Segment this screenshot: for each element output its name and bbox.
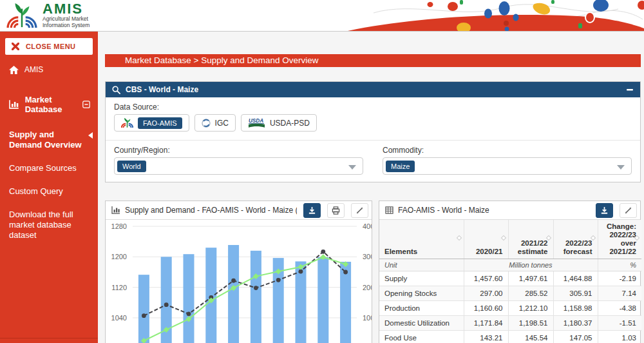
filter-panel-body: Data Source: FAO-AMISIGCUSDAUSDA-PSD Cou… bbox=[106, 97, 640, 175]
column-header-4[interactable]: Change:2022/23over2021/22 bbox=[598, 220, 641, 259]
element-value: 1.03 bbox=[598, 331, 641, 343]
table-row: Food Use143.21145.54147.051.03 bbox=[379, 331, 641, 343]
chart-panel-title: Supply and Demand - FAO-AMIS - World - M… bbox=[125, 206, 297, 215]
element-value: 285.52 bbox=[508, 286, 553, 301]
table-row: Domestic Utilization1,171.841,198.511,18… bbox=[379, 316, 641, 331]
svg-text:USDA: USDA bbox=[249, 118, 263, 124]
element-value: 305.91 bbox=[553, 286, 598, 301]
amis-logo-icon bbox=[121, 117, 133, 128]
element-value: -2.19 bbox=[598, 271, 641, 286]
close-menu-button[interactable]: CLOSE MENU bbox=[5, 38, 93, 55]
element-value: 1,171.84 bbox=[464, 316, 508, 331]
element-value: 1,457.60 bbox=[464, 271, 508, 286]
column-header-elements[interactable]: Elements bbox=[379, 220, 464, 259]
search-icon bbox=[112, 86, 120, 94]
bar-chart-icon bbox=[111, 206, 120, 214]
collapse-section-icon[interactable] bbox=[82, 101, 90, 108]
download-icon bbox=[600, 206, 609, 215]
amis-logo-text: AMIS Agricultural Market Information Sys… bbox=[43, 3, 90, 28]
collapse-panel-icon[interactable] bbox=[626, 86, 634, 93]
element-value: -4.38 bbox=[598, 301, 641, 316]
element-value: 1,212.10 bbox=[508, 301, 553, 316]
amis-logo[interactable]: AMIS Agricultural Market Information Sys… bbox=[6, 3, 90, 28]
chart-download-button[interactable] bbox=[303, 203, 321, 218]
sort-icon bbox=[500, 235, 506, 240]
sidebar-item-compare-sources[interactable]: Compare Sources bbox=[0, 157, 98, 180]
usda-logo-icon: USDA bbox=[248, 117, 265, 128]
close-menu-label: CLOSE MENU bbox=[26, 43, 75, 50]
right-axis-tick: 300 bbox=[363, 253, 372, 260]
chart-expand-button[interactable] bbox=[351, 203, 368, 218]
filter-divider bbox=[106, 140, 640, 141]
column-header-1[interactable]: 2020/21 bbox=[464, 220, 508, 259]
data-source-button-usda-psd[interactable]: USDAUSDA-PSD bbox=[241, 114, 317, 132]
decorative-network-banner bbox=[335, 0, 644, 31]
sidebar-item-label: Compare Sources bbox=[9, 163, 77, 173]
unit-value: Million tonnes bbox=[464, 259, 598, 271]
chevron-down-icon bbox=[617, 165, 625, 170]
cbs-filter-panel-header: CBS - World - Maize bbox=[106, 82, 640, 97]
country-region-label: Country/Region: bbox=[114, 146, 363, 155]
close-icon bbox=[12, 43, 19, 50]
commodity-group: Commodity: Maize bbox=[383, 146, 632, 175]
expand-icon bbox=[624, 206, 632, 215]
filter-dropdown-row: Country/Region: World Commodity: Maize bbox=[114, 146, 632, 175]
element-value: 143.21 bbox=[464, 331, 508, 343]
expand-icon bbox=[355, 206, 364, 215]
printer-icon bbox=[332, 206, 340, 215]
element-name: Food Use bbox=[379, 331, 464, 343]
chart-print-button[interactable] bbox=[327, 203, 345, 218]
sidebar: CLOSE MENU AMIS Market Database Sup bbox=[0, 32, 98, 343]
cbs-table-panel: FAO-AMIS - World - Maize Elements2020/21… bbox=[379, 201, 641, 343]
column-header-3[interactable]: 2022/23forecast bbox=[553, 220, 598, 259]
table-panel-title: FAO-AMIS - World - Maize bbox=[398, 206, 589, 215]
marker bbox=[254, 286, 258, 290]
table-row: Production1,160.601,212.101,158.98-4.38 bbox=[379, 301, 641, 316]
amis-logo-icon bbox=[6, 3, 37, 28]
data-source-button-fao-amis[interactable]: FAO-AMIS bbox=[114, 114, 189, 132]
chevron-down-icon bbox=[348, 165, 356, 170]
element-value: 7.14 bbox=[598, 286, 641, 301]
marker bbox=[142, 313, 146, 318]
amis-market-database-page: AMIS Agricultural Market Information Sys… bbox=[0, 0, 644, 343]
marker bbox=[187, 311, 191, 316]
filter-panel-title: CBS - World - Maize bbox=[126, 85, 198, 94]
sidebar-item-amis[interactable]: AMIS bbox=[0, 57, 98, 82]
solid-line bbox=[144, 257, 345, 341]
commodity-select[interactable]: Maize bbox=[383, 157, 632, 175]
data-source-label: FAO-AMIS bbox=[138, 117, 182, 129]
sidebar-item-market-database[interactable]: Market Database bbox=[0, 87, 98, 122]
bar bbox=[251, 251, 261, 343]
country-region-select[interactable]: World bbox=[114, 157, 363, 175]
left-axis-tick: 1040 bbox=[111, 314, 127, 322]
table-header: Elements2020/212021/22estimate2022/23for… bbox=[379, 220, 641, 259]
sort-icon bbox=[456, 235, 461, 240]
element-value: 1,158.98 bbox=[553, 301, 598, 316]
table-header-row: Elements2020/212021/22estimate2022/23for… bbox=[379, 220, 641, 259]
download-icon bbox=[308, 206, 316, 215]
sidebar-item-label: Custom Query bbox=[9, 186, 63, 196]
right-axis-tick: 400 bbox=[363, 222, 372, 230]
bar bbox=[228, 245, 239, 343]
element-value: 1,464.88 bbox=[553, 271, 598, 286]
left-axis-tick: 1120 bbox=[111, 284, 127, 291]
data-source-button-igc[interactable]: IGC bbox=[194, 114, 236, 132]
element-value: 147.05 bbox=[553, 331, 598, 343]
marker bbox=[299, 270, 303, 274]
table-download-button[interactable] bbox=[596, 203, 613, 218]
commodity-label: Commodity: bbox=[383, 146, 632, 155]
marker bbox=[231, 279, 236, 283]
element-value: 1,180.37 bbox=[553, 316, 598, 331]
sidebar-item-label: AMIS bbox=[24, 65, 43, 74]
sidebar-item-download-dataset[interactable]: Download the full market database datase… bbox=[0, 203, 98, 247]
sidebar-item-supply-and-demand-overview[interactable]: Supply and Demand Overview bbox=[0, 123, 98, 157]
column-header-2[interactable]: 2021/22estimate bbox=[508, 220, 553, 259]
sidebar-item-custom-query[interactable]: Custom Query bbox=[0, 180, 98, 203]
supply-demand-chart: 1280400120030011202001040100 bbox=[106, 220, 372, 343]
unit-percent: % bbox=[598, 259, 641, 271]
element-value: 145.54 bbox=[508, 331, 553, 343]
chart-panel-header: Supply and Demand - FAO-AMIS - World - M… bbox=[106, 201, 372, 220]
table-body: UnitMillion tonnes%Supply1,457.601,497.6… bbox=[379, 259, 641, 343]
table-expand-button[interactable] bbox=[620, 203, 637, 218]
igc-globe-icon bbox=[202, 119, 211, 128]
